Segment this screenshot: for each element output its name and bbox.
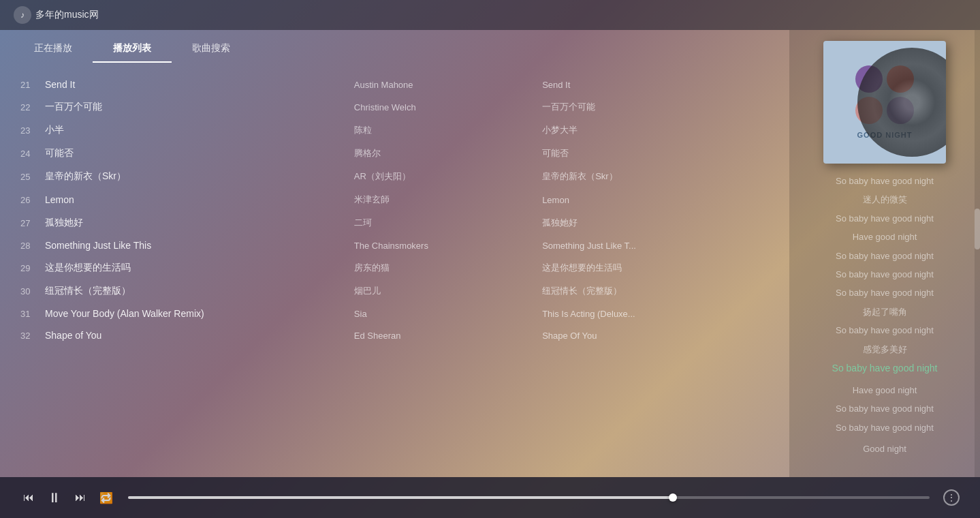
- song-number: 23: [20, 125, 45, 136]
- lyrics-container: So baby have good night迷人的微笑So baby have…: [789, 172, 980, 472]
- tab-playing[interactable]: 正在播放: [14, 35, 93, 63]
- song-number: 26: [20, 195, 45, 205]
- header: ♪ 多年的music网: [0, 0, 980, 30]
- song-album: Lemon: [542, 195, 769, 205]
- app-logo: ♪ 多年的music网: [14, 6, 99, 24]
- song-album: Something Just Like T...: [542, 241, 769, 251]
- song-row[interactable]: 22 一百万个可能 Christine Welch 一百万个可能: [14, 95, 776, 119]
- logo-text: 多年的music网: [35, 9, 99, 21]
- song-artist: 二珂: [347, 217, 542, 229]
- song-album: 可能否: [542, 147, 769, 159]
- songs-area[interactable]: 正在播放 播放列表 歌曲搜索 21 Send It Austin Mahone …: [0, 30, 789, 477]
- song-row[interactable]: 32 Shape of You Ed Sheeran Shape Of You: [14, 324, 776, 346]
- album-cover: GOOD NIGHT: [823, 41, 946, 164]
- song-artist: AR（刘夫阳）: [347, 170, 542, 183]
- lyrics-panel: GOOD NIGHT So baby have good night迷人的微笑S…: [789, 30, 980, 477]
- song-row[interactable]: 24 可能否 腾格尔 可能否: [14, 142, 776, 165]
- song-row[interactable]: 25 皇帝的新衣（Skr） AR（刘夫阳） 皇帝的新衣（Skr）: [14, 165, 776, 188]
- song-title: 皇帝的新衣（Skr）: [45, 170, 347, 183]
- lyric-line: 迷人的微笑: [863, 190, 907, 209]
- lyric-line: So baby have good night: [836, 399, 934, 418]
- song-list: 21 Send It Austin Mahone Send It 22 一百万个…: [14, 74, 776, 346]
- song-artist: 腾格尔: [347, 147, 542, 159]
- logo-icon: ♪: [14, 6, 31, 24]
- tab-search[interactable]: 歌曲搜索: [172, 35, 251, 63]
- song-album: 小梦大半: [542, 124, 769, 136]
- progress-dot: [669, 493, 677, 502]
- prev-button[interactable]: ⏮: [20, 489, 37, 506]
- lyric-line: Have good night: [853, 228, 917, 246]
- tab-playlist[interactable]: 播放列表: [93, 35, 172, 63]
- song-number: 24: [20, 149, 45, 159]
- lyric-line: Have good night: [853, 381, 917, 399]
- song-row[interactable]: 31 Move Your Body (Alan Walker Remix) Si…: [14, 303, 776, 324]
- song-number: 25: [20, 172, 45, 182]
- song-row[interactable]: 28 Something Just Like This The Chainsmo…: [14, 234, 776, 256]
- lyric-line: So baby have good night: [836, 247, 934, 265]
- next-button[interactable]: ⏭: [72, 489, 89, 506]
- song-artist: Austin Mahone: [347, 80, 542, 90]
- song-album: 孤独她好: [542, 217, 769, 229]
- lyric-line: 扬起了嘴角: [863, 303, 907, 321]
- progress-fill: [128, 496, 673, 499]
- song-title: Move Your Body (Alan Walker Remix): [45, 308, 347, 319]
- lyric-line: 感觉多美好: [863, 340, 907, 359]
- song-album: This Is Acting (Deluxe...: [542, 309, 769, 319]
- repeat-button[interactable]: 🔁: [98, 489, 114, 506]
- tab-bar: 正在播放 播放列表 歌曲搜索: [14, 30, 776, 63]
- song-row[interactable]: 29 这是你想要的生活吗 房东的猫 这是你想要的生活吗: [14, 256, 776, 279]
- lyric-line: So baby have good night: [836, 418, 934, 437]
- song-row[interactable]: 21 Send It Austin Mahone Send It: [14, 74, 776, 95]
- song-title: Shape of You: [45, 330, 347, 341]
- song-album: Send It: [542, 80, 769, 90]
- lyric-line: So baby have good night: [836, 265, 934, 284]
- lyric-line: Good night: [863, 440, 906, 458]
- song-artist: The Chainsmokers: [347, 241, 542, 251]
- play-pause-button[interactable]: ⏸: [46, 489, 63, 506]
- song-title: Send It: [45, 79, 347, 90]
- song-number: 21: [20, 80, 45, 90]
- song-number: 32: [20, 331, 45, 341]
- player-controls: ⏮ ⏸ ⏭ 🔁: [20, 489, 114, 506]
- song-artist: 烟巴儿: [347, 285, 542, 297]
- lyric-line: So baby have good night: [836, 321, 934, 339]
- more-button[interactable]: ⋮: [943, 489, 960, 506]
- song-title: 可能否: [45, 147, 347, 159]
- song-artist: Ed Sheeran: [347, 331, 542, 341]
- song-row[interactable]: 30 纽冠情长（完整版） 烟巴儿 纽冠情长（完整版）: [14, 279, 776, 303]
- song-row[interactable]: 26 Lemon 米津玄師 Lemon: [14, 188, 776, 211]
- song-title: 纽冠情长（完整版）: [45, 285, 347, 297]
- lyric-line: So baby have good night: [836, 209, 934, 228]
- scrollbar-thumb[interactable]: [975, 209, 980, 249]
- song-artist: Sia: [347, 309, 542, 319]
- right-scrollbar[interactable]: [975, 30, 980, 477]
- song-title: 这是你想要的生活吗: [45, 262, 347, 274]
- lyric-line: So baby have good night: [836, 172, 934, 190]
- lyric-line: So baby have good night: [836, 284, 934, 302]
- song-artist: Christine Welch: [347, 102, 542, 112]
- song-title: 孤独她好: [45, 217, 347, 229]
- song-artist: 陈粒: [347, 124, 542, 136]
- song-title: 小半: [45, 124, 347, 136]
- player-bar: ⏮ ⏸ ⏭ 🔁 ⋮: [0, 477, 980, 518]
- song-title: Something Just Like This: [45, 240, 347, 251]
- song-title: Lemon: [45, 194, 347, 205]
- song-row[interactable]: 27 孤独她好 二珂 孤独她好: [14, 211, 776, 234]
- song-row[interactable]: 23 小半 陈粒 小梦大半: [14, 119, 776, 142]
- song-number: 30: [20, 286, 45, 296]
- song-number: 31: [20, 309, 45, 319]
- song-number: 28: [20, 241, 45, 251]
- song-artist: 房东的猫: [347, 262, 542, 274]
- song-album: 皇帝的新衣（Skr）: [542, 170, 769, 183]
- lyric-line: So baby have good night: [832, 359, 938, 378]
- song-title: 一百万个可能: [45, 101, 347, 113]
- song-album: 纽冠情长（完整版）: [542, 285, 769, 297]
- song-album: 这是你想要的生活吗: [542, 262, 769, 274]
- song-album: Shape Of You: [542, 331, 769, 341]
- song-number: 29: [20, 263, 45, 273]
- song-album: 一百万个可能: [542, 101, 769, 113]
- song-number: 27: [20, 218, 45, 228]
- song-number: 22: [20, 102, 45, 112]
- song-artist: 米津玄師: [347, 194, 542, 206]
- progress-bar[interactable]: [128, 496, 930, 499]
